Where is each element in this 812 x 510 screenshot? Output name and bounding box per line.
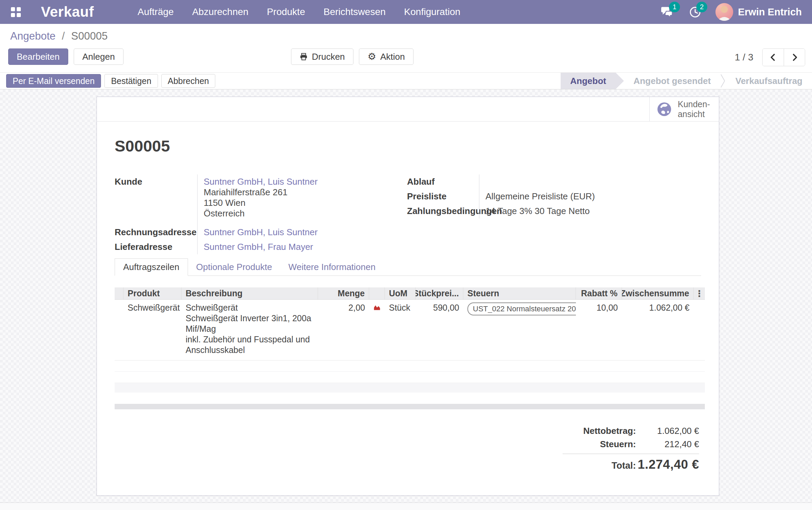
breadcrumb: Angebote / S00005: [10, 30, 108, 42]
screen: Verkauf Aufträge Abzurechnen Produkte Be…: [0, 0, 812, 510]
header-menge[interactable]: Menge: [318, 287, 369, 299]
customer-link[interactable]: Suntner GmbH, Luis Suntner: [204, 176, 318, 187]
row-product: Schweißgerät: [124, 302, 182, 355]
app-brand[interactable]: Verkauf: [41, 4, 94, 20]
apps-menu-button[interactable]: [9, 5, 23, 19]
delivery-address-link[interactable]: Suntner GmbH, Frau Mayer: [204, 242, 313, 252]
top-navbar: Verkauf Aufträge Abzurechnen Produkte Be…: [0, 0, 812, 24]
control-panel: Angebote / S00005 Bearbeiten Anlegen Dru…: [0, 24, 812, 72]
untaxed-amount-label: Nettobetrag:: [563, 426, 636, 436]
statusbar: Per E-Mail versenden Bestätigen Abbreche…: [0, 72, 812, 89]
printer-icon: [300, 53, 308, 61]
center-button-group: Drucken ⚙ Aktion: [291, 48, 414, 65]
header-handle: [115, 287, 124, 299]
total-label: Total:: [563, 461, 636, 471]
activities-badge: 2: [696, 2, 707, 12]
pager-previous-button[interactable]: [763, 49, 784, 66]
field-groups: Kunde Suntner GmbH, Luis Suntner Mariahi…: [97, 174, 719, 247]
pager-buttons: [762, 48, 805, 66]
totals-divider: [563, 454, 699, 454]
invoice-address-link[interactable]: Suntner GmbH, Luis Suntner: [204, 227, 318, 237]
area-chart-icon[interactable]: [373, 304, 381, 311]
status-step-verkaufsauftrag[interactable]: Verkaufsauftrag: [726, 73, 812, 89]
kebab-icon[interactable]: ⋮: [695, 289, 704, 298]
customer-label: Kunde: [115, 174, 197, 225]
table-row[interactable]: Schweißgerät Schweißgerät Schweißgerät I…: [115, 300, 705, 360]
form-sheet: Kunden- ansicht S00005 Kunde Suntner Gmb…: [97, 97, 719, 496]
messages-badge: 1: [669, 2, 680, 12]
row-discount: 10,00: [576, 302, 622, 355]
tab-weitere-informationen[interactable]: Weitere Informationen: [280, 259, 383, 275]
user-menu[interactable]: Erwin Entrich: [715, 3, 802, 21]
status-step-angebot-gesendet[interactable]: Angebot gesendet: [624, 73, 721, 89]
delivery-address-label: Lieferadresse: [115, 240, 197, 254]
header-icon-col: [369, 287, 385, 299]
main-menu: Aufträge Abzurechnen Produkte Berichtswe…: [137, 6, 460, 17]
header-steuern[interactable]: Steuern: [463, 287, 576, 299]
table-horizontal-scrollbar[interactable]: [115, 404, 705, 409]
sheet-topbar: Kunden- ansicht: [97, 97, 719, 122]
header-zwischensumme[interactable]: Zwischensumme: [622, 287, 694, 299]
create-button[interactable]: Anlegen: [74, 48, 123, 65]
print-button[interactable]: Drucken: [291, 48, 353, 65]
action-button-label: Aktion: [380, 52, 405, 62]
page-bottom-strip: [0, 502, 812, 510]
header-produkt[interactable]: Produkt: [124, 287, 182, 299]
invoice-address-value: Suntner GmbH, Luis Suntner: [197, 225, 318, 240]
user-avatar: [715, 3, 733, 21]
table-spacer: [115, 360, 705, 371]
action-button[interactable]: ⚙ Aktion: [359, 48, 413, 65]
row-forecast-cell: [369, 302, 385, 355]
header-rabatt[interactable]: Rabatt %: [576, 287, 622, 299]
header-stueckpreis[interactable]: Stückprei...: [416, 287, 463, 299]
status-step-angebot[interactable]: Angebot: [561, 73, 624, 89]
cancel-button[interactable]: Abbrechen: [161, 74, 216, 88]
row-subtotal: 1.062,00 €: [622, 302, 694, 355]
header-beschreibung[interactable]: Beschreibung: [182, 287, 318, 299]
pricelist-label: Preisliste: [407, 189, 479, 204]
taxes-row: Steuern: 212,40 €: [563, 438, 699, 451]
activities-button[interactable]: 2: [688, 5, 702, 19]
menu-item-auftraege[interactable]: Aufträge: [137, 6, 174, 17]
control-buttons-row: Bearbeiten Anlegen Drucken ⚙ Aktion 1: [8, 48, 805, 66]
header-options-cell: ⋮: [694, 287, 705, 299]
expiration-value: [479, 174, 595, 189]
tab-optionale-produkte[interactable]: Optionale Produkte: [188, 259, 280, 275]
order-lines-table: Produkt Beschreibung Menge UoM Stückprei…: [115, 287, 705, 393]
row-taxes: UST_022 Normalsteuersatz 20%: [463, 302, 576, 355]
invoice-address-label: Rechnungsadresse: [115, 225, 197, 240]
menu-item-abzurechnen[interactable]: Abzurechnen: [192, 6, 248, 17]
edit-button[interactable]: Bearbeiten: [8, 48, 68, 65]
user-name: Erwin Entrich: [738, 6, 802, 18]
send-email-button[interactable]: Per E-Mail versenden: [6, 74, 101, 88]
row-handle: [115, 302, 124, 355]
menu-item-konfiguration[interactable]: Konfiguration: [404, 6, 460, 17]
confirm-button[interactable]: Bestätigen: [104, 74, 158, 88]
header-uom[interactable]: UoM: [385, 287, 416, 299]
step-chevron-icon: [720, 73, 726, 89]
status-steps: Angebot Angebot gesendet Verkaufsauftrag: [561, 73, 812, 89]
pager: 1 / 3: [735, 48, 805, 66]
expiration-label: Ablauf: [407, 174, 479, 189]
customer-value: Suntner GmbH, Luis Suntner Mariahilferst…: [197, 174, 318, 225]
total-value: 1.274,40 €: [636, 457, 699, 472]
apps-grid-icon: [11, 7, 21, 17]
pager-next-button[interactable]: [784, 49, 805, 66]
customer-view-label: Kunden- ansicht: [678, 99, 710, 119]
tab-auftragszeilen[interactable]: Auftragszeilen: [115, 258, 188, 276]
breadcrumb-parent-link[interactable]: Angebote: [10, 30, 56, 42]
pricelist-value: Allgemeine Preisliste (EUR): [479, 189, 595, 204]
table-header-row: Produkt Beschreibung Menge UoM Stückprei…: [115, 287, 705, 300]
customer-view-button[interactable]: Kunden- ansicht: [649, 97, 719, 121]
taxes-value: 212,40 €: [636, 439, 699, 450]
notebook-tabs: Auftragszeilen Optionale Produkte Weiter…: [115, 259, 701, 276]
tax-badge: UST_022 Normalsteuersatz 20%: [467, 302, 576, 315]
globe-icon: [657, 102, 671, 116]
row-qty: 2,00: [318, 302, 369, 355]
menu-item-berichtswesen[interactable]: Berichtswesen: [323, 6, 386, 17]
chevron-left-icon: [769, 52, 778, 63]
statusbar-buttons: Per E-Mail versenden Bestätigen Abbreche…: [6, 74, 215, 88]
messages-button[interactable]: 1: [661, 5, 675, 19]
menu-item-produkte[interactable]: Produkte: [267, 6, 305, 17]
chevron-right-icon: [790, 52, 799, 63]
